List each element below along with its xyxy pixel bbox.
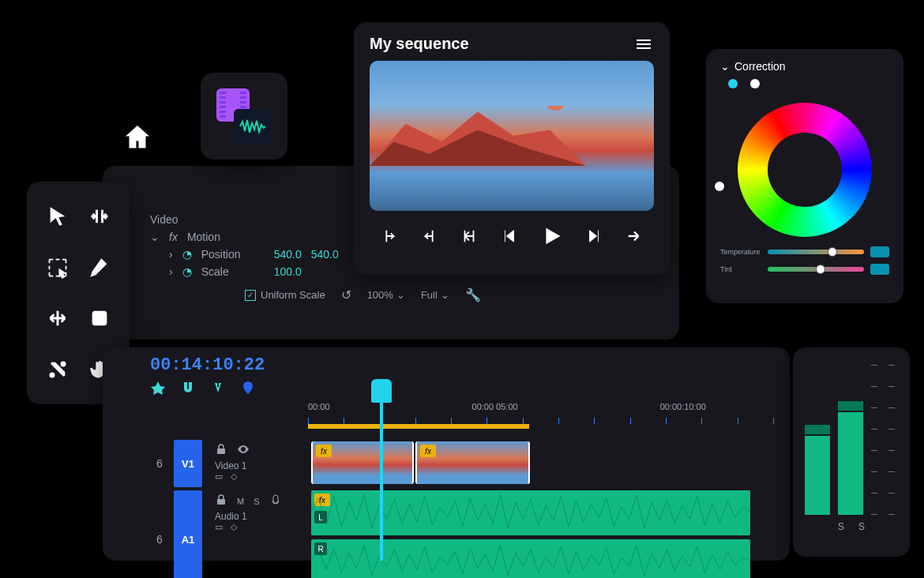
video-track-header: Video 1 ▭ ◇	[208, 440, 311, 487]
audio-track-content[interactable]: fx L R	[311, 490, 774, 578]
track-output-icon[interactable]: ▭	[215, 522, 223, 532]
reset-icon[interactable]: ↺	[341, 287, 351, 302]
video-clip-1[interactable]: fx	[311, 441, 414, 484]
solo-button-left[interactable]: S	[838, 521, 844, 532]
solo-button[interactable]: S	[254, 497, 259, 506]
ripple-edit-tool[interactable]	[81, 194, 117, 239]
scale-value[interactable]: 100.0	[274, 265, 302, 278]
panel-menu-icon[interactable]	[633, 36, 654, 52]
chevron-right-icon: ›	[169, 265, 173, 278]
snap-icon[interactable]	[150, 380, 166, 399]
luminance-slider[interactable]	[719, 111, 720, 229]
pen-tool[interactable]	[81, 246, 117, 291]
audio-meter-left	[805, 365, 830, 515]
stopwatch-icon[interactable]: ◔	[182, 248, 192, 261]
fx-icon: fx	[169, 231, 178, 243]
step-back-button[interactable]	[498, 224, 521, 250]
program-monitor[interactable]	[370, 61, 654, 211]
audio-clip-right[interactable]: R	[311, 539, 750, 578]
uniform-scale-checkbox[interactable]: ✓ Uniform Scale	[245, 289, 325, 301]
correction-mode-1[interactable]	[728, 79, 738, 88]
svg-rect-4	[217, 449, 225, 454]
selection-tool[interactable]	[39, 194, 75, 239]
track-lock-icon[interactable]	[215, 443, 227, 459]
play-button[interactable]	[538, 222, 566, 253]
scale-label: Scale	[201, 265, 265, 278]
fx-badge-icon: fx	[316, 445, 332, 457]
video-track-content[interactable]: fx fx	[311, 440, 774, 487]
step-forward-button[interactable]	[582, 224, 606, 250]
slip-tool[interactable]	[39, 296, 75, 341]
track-keyframe-icon[interactable]: ◇	[231, 522, 237, 532]
audio-track: 6 A1 M S Audio 1 ▭ ◇ fx L	[150, 490, 774, 578]
chevron-right-icon: ›	[169, 248, 173, 261]
program-monitor-panel: My sequence	[354, 22, 670, 275]
tint-value-box[interactable]	[870, 264, 889, 275]
go-to-in-button[interactable]	[457, 224, 481, 250]
chevron-down-icon: ⌄	[396, 289, 405, 301]
transport-controls	[370, 222, 654, 253]
media-icon-stack[interactable]	[216, 88, 272, 144]
correction-header[interactable]: ⌄ Correction	[720, 60, 889, 73]
go-to-out-button[interactable]	[622, 224, 646, 250]
stopwatch-icon[interactable]: ◔	[182, 265, 192, 278]
color-wheel[interactable]	[738, 103, 872, 237]
mark-out-button[interactable]	[418, 224, 441, 250]
video-track: 6 V1 Video 1 ▭ ◇ fx fx	[150, 440, 774, 487]
video-clip-2[interactable]: fx	[415, 441, 530, 484]
fx-badge-icon: fx	[420, 445, 436, 457]
rectangle-tool[interactable]	[81, 296, 117, 341]
ruler-label: 00:00	[308, 402, 330, 411]
waveform-icon	[234, 109, 272, 144]
marquee-select-tool[interactable]	[39, 246, 75, 291]
magnet-icon[interactable]	[180, 380, 196, 399]
temperature-slider-knob[interactable]	[828, 247, 837, 257]
color-correction-panel: ⌄ Correction Temperature Tint	[706, 49, 903, 303]
svg-point-3	[545, 106, 566, 111]
mark-in-button[interactable]	[377, 224, 401, 250]
chevron-down-icon: ⌄	[441, 289, 449, 301]
linked-selection-icon[interactable]	[210, 380, 226, 399]
home-button[interactable]	[118, 118, 156, 156]
track-lock-icon[interactable]	[215, 494, 227, 509]
track-badge-v1[interactable]: V1	[174, 440, 202, 487]
position-y-value[interactable]: 540.0	[311, 248, 339, 261]
track-output-icon[interactable]: ▭	[215, 471, 223, 482]
media-type-panel	[201, 73, 287, 160]
correction-mode-2[interactable]	[750, 79, 760, 88]
temperature-slider[interactable]	[768, 250, 864, 254]
timeline-ruler[interactable]: 00:00 00:00 05:00 00:00:10:00	[308, 402, 774, 426]
audio-track-name: Audio 1	[215, 511, 305, 522]
tint-slider-knob[interactable]	[816, 265, 825, 274]
timeline-panel: 00:14:10:22 00:00 00:00 05:00 00:00:10:0…	[103, 347, 790, 561]
razor-tool[interactable]	[39, 347, 75, 392]
zoom-select[interactable]: 100%⌄	[367, 289, 405, 301]
position-x-value[interactable]: 540.0	[274, 248, 302, 261]
marker-icon[interactable]	[240, 380, 256, 399]
luminance-slider-knob[interactable]	[715, 182, 724, 191]
meter-scale	[871, 365, 881, 515]
sequence-title: My sequence	[370, 35, 469, 53]
track-keyframe-icon[interactable]: ◇	[231, 471, 237, 482]
video-section-label: Video	[150, 213, 178, 226]
waveform-icon	[311, 539, 750, 578]
svg-point-1	[49, 372, 54, 377]
wrench-icon[interactable]: 🔧	[465, 287, 481, 302]
temperature-value-box[interactable]	[870, 246, 889, 257]
tint-slider[interactable]	[768, 267, 864, 272]
solo-button-right[interactable]: S	[858, 521, 865, 532]
mute-button[interactable]: M	[237, 497, 244, 506]
voiceover-record-icon[interactable]	[269, 494, 282, 509]
fit-select[interactable]: Full⌄	[421, 289, 449, 301]
svg-point-2	[60, 361, 66, 366]
work-area-bar[interactable]	[308, 424, 529, 429]
track-badge-a1[interactable]: A1	[174, 490, 202, 578]
temperature-slider-row: Temperature	[720, 246, 889, 257]
audio-clip-left[interactable]: fx L	[311, 490, 750, 535]
ruler-label: 00:00 05:00	[472, 402, 518, 411]
timecode-display[interactable]: 00:14:10:22	[150, 355, 265, 375]
svg-rect-0	[92, 311, 107, 326]
tint-slider-row: Tint	[720, 264, 889, 275]
home-icon	[123, 123, 152, 152]
track-visibility-icon[interactable]	[237, 443, 250, 459]
